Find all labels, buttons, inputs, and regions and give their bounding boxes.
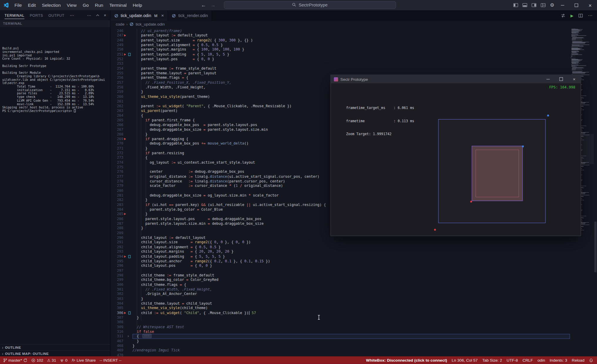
code-line[interactable]: 296 child_layout.pos = { 0, 0 } — [110, 264, 570, 268]
panel-tab-ports[interactable]: PORTS — [30, 12, 43, 19]
line-number[interactable]: 252 — [110, 57, 123, 61]
status-crlf[interactable]: CRLF — [522, 358, 533, 363]
gutter-marks[interactable] — [123, 301, 133, 306]
code-line[interactable]: 305 ui_theme_via_style(child_theme) — [110, 306, 570, 311]
gutter-marks[interactable] — [123, 264, 133, 268]
line-number[interactable]: 272 — [110, 151, 123, 155]
gutter-marks[interactable] — [123, 71, 133, 76]
line-number[interactable]: 293 — [110, 249, 123, 254]
terminal-output[interactable]: Build.ps1incremental_checks.ps1 imported… — [2, 38, 109, 343]
app-minimize-button[interactable] — [542, 75, 555, 83]
gutter-marks[interactable] — [123, 174, 133, 179]
gutter-marks[interactable] — [123, 141, 133, 146]
gutter-marks[interactable]: › — [123, 334, 133, 339]
gutter-marks[interactable] — [123, 329, 133, 334]
breadcrumb-file[interactable]: tick_update.odin — [136, 22, 165, 26]
gutter-marks[interactable] — [123, 306, 133, 311]
gutter-marks[interactable] — [123, 231, 133, 235]
code-line[interactable]: 304 child_theme.layout = child_layout — [110, 301, 570, 306]
gutter-marks[interactable] — [123, 66, 133, 71]
gutter-marks[interactable] — [123, 217, 133, 221]
line-number[interactable]: 270 — [110, 141, 123, 146]
gutter-marks[interactable] — [123, 259, 133, 264]
code-line[interactable]: 250 parent_layout.margins = { 100, 100, … — [110, 47, 570, 52]
menu-edit[interactable]: Edit — [25, 2, 39, 9]
line-number[interactable]: 251 — [110, 52, 123, 57]
code-line[interactable]: 307 } — [110, 315, 570, 320]
line-number[interactable]: 308 — [110, 320, 123, 325]
more-actions-icon[interactable]: ⋯ — [588, 13, 593, 18]
gutter-marks[interactable] — [123, 315, 133, 320]
status-indents-3[interactable]: Indents: 3 — [550, 358, 567, 363]
code-line[interactable]: 310 if false — [110, 329, 570, 334]
section-outline[interactable]: ›OUTLINE — [0, 344, 110, 350]
line-number[interactable]: 280 — [110, 188, 123, 193]
gutter-marks[interactable] — [123, 320, 133, 325]
app-close-button[interactable]: × — [568, 75, 581, 83]
gutter-marks[interactable] — [123, 170, 133, 174]
toggle-panel-icon[interactable] — [522, 3, 527, 8]
app-window-sectr-prototype[interactable]: Sectr Prototype × FPS: 164.998 frametime… — [331, 75, 581, 236]
line-number[interactable]: 264 — [110, 113, 123, 118]
panel-tabs-overflow-icon[interactable]: ⋯ — [70, 13, 74, 18]
child-widget-box[interactable] — [472, 146, 523, 201]
breakpoint-marker[interactable] — [124, 34, 126, 37]
menu-terminal[interactable]: Terminal — [106, 2, 130, 9]
code-line[interactable]: 469//endregion Imgui Tick — [110, 348, 570, 353]
line-number[interactable]: 267 — [110, 127, 123, 132]
panel-tab-terminal[interactable]: TERMINAL — [5, 12, 24, 19]
section-outline-map-outline[interactable]: ›OUTLINE MAP: OUTLINE — [0, 350, 110, 356]
status-tab-size-2[interactable]: Tab Size: 2 — [482, 358, 502, 363]
gutter-marks[interactable] — [123, 325, 133, 329]
gutter-marks[interactable] — [123, 127, 133, 132]
gutter-marks[interactable] — [123, 339, 133, 343]
open-changes-icon[interactable] — [561, 13, 566, 18]
line-number[interactable]: 290 — [110, 235, 123, 240]
gutter-marks[interactable] — [123, 188, 133, 193]
breadcrumb-folder[interactable]: code — [116, 22, 125, 26]
line-number[interactable]: 469 — [110, 348, 123, 353]
menu-selection[interactable]: Selection — [39, 2, 64, 9]
code-line[interactable]: 300 child_theme.flags = { — [110, 282, 570, 287]
toggle-secondary-sidebar-icon[interactable] — [532, 3, 537, 8]
toggle-sidebar-icon[interactable] — [513, 3, 518, 8]
line-number[interactable]: 253 — [110, 61, 123, 66]
minimize-button[interactable] — [556, 0, 570, 10]
line-number[interactable]: 295 — [110, 259, 123, 264]
line-number[interactable]: 268 — [110, 132, 123, 137]
gutter-marks[interactable] — [123, 179, 133, 184]
close-icon[interactable]: × — [104, 13, 106, 18]
status-0[interactable]: 0 — [60, 358, 68, 363]
status-31[interactable]: ⚠31 — [47, 358, 56, 363]
status-odin[interactable]: odin — [537, 358, 545, 363]
gutter-marks[interactable] — [123, 160, 133, 165]
gutter-marks[interactable] — [123, 165, 133, 170]
code-line[interactable]: 251 parent_layout.padding = { 5, 10, 5, … — [110, 52, 570, 57]
gutter-marks[interactable] — [123, 273, 133, 278]
line-number[interactable]: 306 — [110, 311, 123, 315]
line-number[interactable]: 297 — [110, 268, 123, 273]
status-insert[interactable]: -- INSERT -- — [100, 358, 122, 363]
code-line[interactable]: 247 parent_layout := default_layout — [110, 33, 570, 38]
line-number[interactable]: 257 — [110, 80, 123, 85]
line-number[interactable]: 258 — [110, 85, 123, 90]
maximize-button[interactable] — [570, 0, 583, 10]
code-line[interactable]: 253 — [110, 61, 570, 66]
gutter-marks[interactable] — [123, 254, 133, 259]
gutter-marks[interactable] — [123, 212, 133, 217]
code-line[interactable]: 303 } — [110, 296, 570, 301]
gutter-marks[interactable] — [123, 343, 133, 348]
line-number[interactable]: 279 — [110, 184, 123, 188]
fold-chevron-icon[interactable]: › — [127, 334, 129, 339]
code-line[interactable]: 252 parent_layout.pos = { 0, 0 } — [110, 57, 570, 61]
gutter-marks[interactable] — [123, 118, 133, 123]
line-number[interactable]: 288 — [110, 226, 123, 231]
line-number[interactable]: 299 — [110, 278, 123, 282]
line-number[interactable]: 307 — [110, 315, 123, 320]
terminal-prompt[interactable]: PS C:\projects\SectrPrototype\scripts> — [2, 109, 109, 113]
app-title-bar[interactable]: Sectr Prototype × — [331, 75, 581, 83]
gutter-marks[interactable] — [123, 184, 133, 188]
gutter-marks[interactable] — [123, 80, 133, 85]
line-number[interactable]: 310 — [110, 329, 123, 334]
chevron-up-icon[interactable] — [95, 13, 100, 17]
